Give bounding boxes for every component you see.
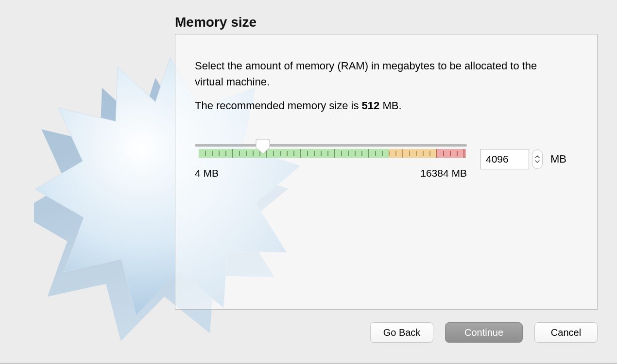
svg-rect-4 bbox=[437, 149, 466, 158]
reco-value: 512 bbox=[362, 99, 380, 112]
unit-label: MB bbox=[550, 153, 566, 165]
wizard-buttons: Go Back Continue Cancel bbox=[370, 322, 598, 343]
reco-suffix: MB. bbox=[379, 99, 401, 112]
page-title: Memory size bbox=[175, 15, 257, 30]
continue-button[interactable]: Continue bbox=[445, 322, 523, 343]
chevron-up-icon bbox=[535, 155, 540, 159]
cancel-button[interactable]: Cancel bbox=[534, 322, 598, 343]
memory-input[interactable] bbox=[480, 149, 529, 169]
chevron-down-icon bbox=[535, 160, 540, 163]
reco-prefix: The recommended memory size is bbox=[195, 99, 362, 112]
slider-ticks bbox=[199, 149, 467, 158]
memory-slider[interactable] bbox=[195, 139, 467, 164]
slider-max-label: 16384 MB bbox=[420, 167, 467, 179]
slider-min-label: 4 MB bbox=[195, 167, 219, 179]
go-back-button[interactable]: Go Back bbox=[370, 322, 433, 343]
slider-thumb[interactable] bbox=[256, 138, 270, 155]
recommendation-text: The recommended memory size is 512 MB. bbox=[195, 99, 578, 112]
description-text: Select the amount of memory (RAM) in meg… bbox=[195, 58, 564, 90]
memory-stepper[interactable] bbox=[532, 149, 543, 169]
wizard-panel: Select the amount of memory (RAM) in meg… bbox=[175, 34, 598, 310]
slider-track bbox=[195, 144, 467, 147]
